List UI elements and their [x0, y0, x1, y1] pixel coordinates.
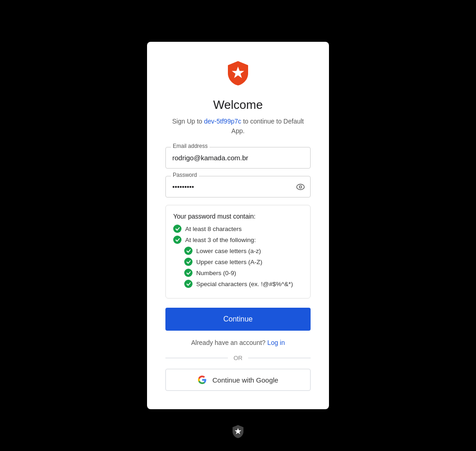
- req-special-label: Special characters (ex. !@#$%^&*): [196, 281, 293, 288]
- check-3-of-following-icon: [173, 236, 181, 244]
- svg-point-1: [297, 184, 305, 190]
- password-requirements: Your password must contain: At least 8 c…: [165, 205, 311, 299]
- tenant-link[interactable]: dev-5tf99p7c: [204, 118, 241, 125]
- toggle-password-button[interactable]: [296, 182, 305, 192]
- page-title: Welcome: [213, 98, 263, 112]
- req-3-of-following-label: At least 3 of the following:: [185, 237, 256, 243]
- logo-wrap: [226, 60, 250, 89]
- page-subtitle: Sign Up to dev-5tf99p7c to continue to D…: [165, 117, 311, 136]
- req-8-chars: At least 8 characters: [173, 225, 303, 233]
- subtitle-period: .: [243, 127, 245, 135]
- check-uppercase-icon: [184, 258, 193, 266]
- req-8-chars-label: At least 8 characters: [185, 226, 242, 232]
- req-uppercase-label: Upper case letters (A-Z): [196, 259, 262, 265]
- req-numbers: Numbers (0-9): [184, 269, 303, 277]
- divider-text: OR: [233, 355, 243, 361]
- continue-button[interactable]: Continue: [165, 308, 311, 331]
- email-label: Email address: [171, 143, 210, 149]
- req-lowercase-label: Lower case letters (a-z): [196, 248, 261, 254]
- req-special: Special characters (ex. !@#$%^&*): [184, 280, 303, 288]
- req-lowercase: Lower case letters (a-z): [184, 247, 303, 255]
- requirements-title: Your password must contain:: [173, 213, 303, 220]
- auth-card: Welcome Sign Up to dev-5tf99p7c to conti…: [147, 42, 329, 409]
- check-8-chars-icon: [173, 225, 181, 233]
- google-button-label: Continue with Google: [212, 376, 278, 384]
- subtitle-before: Sign Up to: [172, 118, 204, 125]
- login-row: Already have an account? Log in: [191, 339, 285, 346]
- req-3-of-following: At least 3 of the following:: [173, 236, 303, 244]
- email-input[interactable]: [165, 147, 311, 169]
- check-special-icon: [184, 280, 193, 288]
- google-button[interactable]: Continue with Google: [165, 369, 311, 391]
- divider-line-left: [165, 358, 228, 358]
- req-numbers-label: Numbers (0-9): [196, 270, 236, 276]
- svg-point-2: [300, 186, 302, 188]
- google-icon: [198, 375, 207, 384]
- password-input[interactable]: [165, 176, 311, 197]
- eye-icon: [296, 182, 305, 192]
- divider-line-right: [248, 358, 311, 358]
- email-field-group: Email address: [165, 147, 311, 169]
- check-lowercase-icon: [184, 247, 193, 255]
- password-field-group: Password: [165, 176, 311, 197]
- check-numbers-icon: [184, 269, 193, 277]
- bottom-logo: [232, 424, 244, 441]
- req-uppercase: Upper case letters (A-Z): [184, 258, 303, 266]
- or-divider: OR: [165, 355, 311, 361]
- login-link[interactable]: Log in: [267, 339, 285, 346]
- shield-star-icon: [226, 60, 250, 87]
- subtitle-middle: to continue to: [241, 118, 283, 125]
- password-label: Password: [171, 172, 199, 178]
- login-prompt: Already have an account?: [191, 339, 266, 346]
